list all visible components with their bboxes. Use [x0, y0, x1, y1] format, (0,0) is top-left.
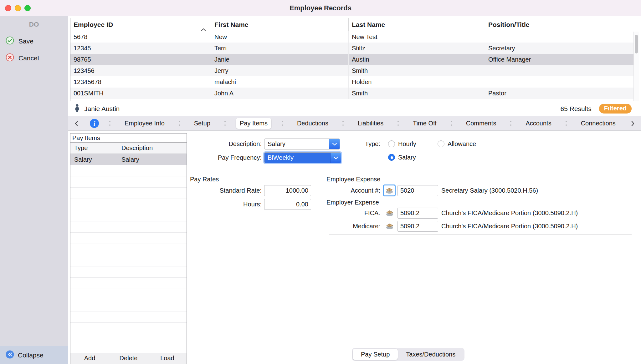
tab-pay-setup[interactable]: Pay Setup [353, 349, 398, 360]
tab-comments[interactable]: Comments [462, 118, 500, 129]
tab-setup[interactable]: Setup [190, 118, 214, 129]
pay-items-panel: Pay Items Type Description Salary Salary… [70, 133, 187, 364]
pay-frequency-label: Pay Frequency: [188, 152, 262, 163]
tab-pay-items[interactable]: Pay Items [236, 118, 271, 129]
ledger-icon [386, 210, 394, 216]
cell-first-name: New [211, 31, 349, 43]
tab-taxes-deductions[interactable]: Taxes/Deductions [398, 349, 464, 360]
radio-hourly[interactable] [388, 140, 395, 147]
minimize-window-button[interactable] [15, 5, 21, 11]
cell-employee-id: 123456 [70, 65, 211, 76]
medicare-account-lookup-button[interactable] [384, 221, 395, 231]
table-row[interactable]: 123456 Jerry Smith [70, 65, 639, 76]
cell-position [485, 31, 639, 43]
pay-item-row-selected[interactable]: Salary Salary [70, 154, 187, 165]
radio-salary[interactable] [388, 154, 395, 161]
pay-frequency-value: BiWeekly [264, 153, 330, 163]
add-pay-item-button[interactable]: Add [70, 353, 109, 364]
account-description: Secretary Salary (3000.5020.H.56) [441, 185, 538, 196]
current-record-name: Janie Austin [84, 105, 120, 113]
chevron-down-icon[interactable] [330, 153, 341, 163]
cancel-button[interactable]: Cancel [6, 53, 39, 63]
sidebar-header: DO [0, 21, 68, 28]
results-count: 65 Results [561, 105, 592, 113]
pay-items-panel-title: Pay Items [70, 133, 187, 143]
chevron-down-icon[interactable] [329, 139, 340, 149]
table-row[interactable]: 001SMITH John A Smith Pastor [70, 88, 639, 99]
person-icon [74, 104, 80, 114]
radio-salary-label[interactable]: Salary [398, 152, 416, 163]
cell-position: Pastor [485, 88, 639, 99]
fica-account-field[interactable] [397, 208, 438, 219]
pay-rates-title: Pay Rates [190, 175, 219, 183]
account-lookup-button[interactable] [383, 185, 396, 196]
fica-account-lookup-button[interactable] [384, 208, 395, 218]
filtered-badge[interactable]: Filtered [599, 104, 632, 114]
table-scrollbar-thumb[interactable] [635, 35, 638, 53]
cell-last-name: Holden [349, 76, 485, 88]
radio-hourly-label[interactable]: Hourly [398, 139, 416, 149]
window-title: Employee Records [290, 4, 351, 12]
employee-expense-title: Employee Expense [326, 175, 380, 183]
cell-last-name: Smith [349, 88, 485, 99]
tab-liabilities[interactable]: Liabilities [354, 118, 387, 129]
employer-expense-title: Employer Expense [326, 198, 379, 206]
table-row[interactable]: 12345678 malachi Holden [70, 76, 639, 88]
tab-deductions[interactable]: Deductions [293, 118, 332, 129]
hours-field[interactable] [264, 199, 311, 210]
close-window-button[interactable] [5, 5, 11, 11]
table-row[interactable]: 5678 New New Test [70, 31, 639, 43]
column-header-first-name[interactable]: First Name [211, 18, 349, 31]
load-pay-item-button[interactable]: Load [148, 353, 187, 364]
window-titlebar: Employee Records [0, 0, 641, 16]
medicare-account-description: Church's FICA/Medicare Portion (3000.509… [441, 221, 578, 232]
radio-allowance-label[interactable]: Allowance [448, 139, 476, 149]
cell-first-name: John A [211, 88, 349, 99]
pay-items-list: Salary Salary [70, 154, 187, 353]
tab-accounts[interactable]: Accounts [522, 118, 555, 129]
tab-time-off[interactable]: Time Off [409, 118, 440, 129]
description-combobox[interactable]: Salary [264, 139, 340, 149]
medicare-account-field[interactable] [397, 221, 438, 232]
zoom-window-button[interactable] [24, 5, 31, 11]
ledger-icon [385, 187, 393, 194]
tab-separator-icon [342, 121, 344, 126]
tab-separator-icon [179, 121, 180, 126]
standard-rate-field[interactable] [264, 185, 311, 196]
column-header-last-name[interactable]: Last Name [349, 18, 485, 31]
pay-frequency-combobox[interactable]: BiWeekly [264, 152, 341, 163]
cell-position: Office Manager [485, 54, 639, 65]
save-button[interactable]: Save [6, 36, 33, 46]
tab-separator-icon [451, 121, 452, 126]
pay-item-description: Salary [115, 154, 187, 165]
cell-position [485, 65, 639, 76]
record-bar: Janie Austin 65 Results Filtered [68, 101, 641, 116]
fica-label: FICA: [326, 208, 380, 219]
tab-separator-icon [282, 121, 283, 126]
sort-ascending-icon [201, 23, 206, 31]
table-scrollbar [633, 32, 639, 101]
delete-pay-item-button[interactable]: Delete [109, 353, 148, 364]
cell-last-name: Smith [349, 65, 485, 76]
column-header-employee-id[interactable]: Employee ID [70, 18, 211, 31]
info-icon[interactable] [90, 119, 99, 128]
tab-employee-info[interactable]: Employee Info [121, 118, 168, 129]
table-row-selected[interactable]: 98765 Janie Austin Office Manager [70, 54, 639, 65]
tabs-scroll-left-button[interactable] [73, 119, 79, 128]
ledger-icon [386, 223, 394, 230]
table-row[interactable]: 12345 Terri Stiltz Secretary [70, 43, 639, 54]
tabs-scroll-right-button[interactable] [630, 119, 636, 128]
cell-first-name: malachi [211, 76, 349, 88]
pay-items-column-type: Type [70, 143, 115, 154]
column-header-position-title[interactable]: Position/Title [485, 18, 639, 31]
radio-allowance[interactable] [438, 140, 444, 147]
account-number-field[interactable] [397, 185, 438, 196]
cell-last-name: New Test [349, 31, 485, 43]
description-label: Description: [194, 139, 262, 149]
collapse-button[interactable]: Collapse [0, 346, 68, 364]
tab-connections[interactable]: Connections [577, 118, 619, 129]
tab-separator-icon [397, 121, 399, 126]
cell-position: Secretary [485, 43, 639, 54]
employee-table: Employee ID First Name Last Name Positio… [70, 18, 639, 101]
tab-separator-icon [224, 121, 226, 126]
